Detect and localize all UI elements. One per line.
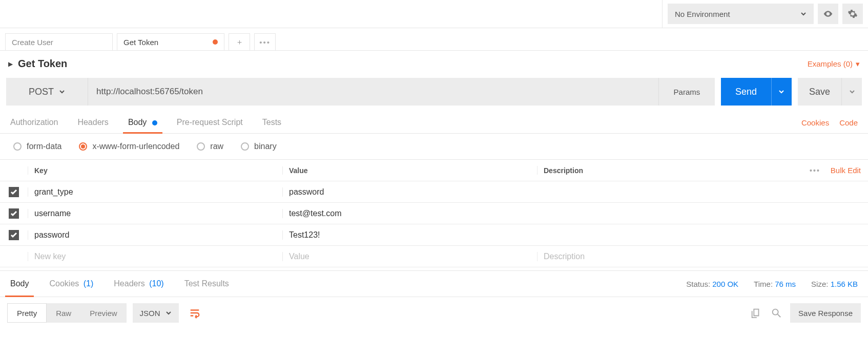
radio-label: raw [210, 142, 223, 151]
save-button[interactable]: Save [798, 78, 841, 106]
kv-header-row: Key Value Description ••• Bulk Edit [0, 160, 868, 181]
kv-value-input[interactable]: Value [282, 252, 537, 261]
resp-tab-headers-label: Headers [114, 279, 144, 288]
kv-row: grant_type password [0, 181, 868, 203]
response-view-switcher: Pretty Raw Preview [7, 303, 127, 323]
subtab-headers[interactable]: Headers [77, 112, 108, 133]
body-type-urlencoded[interactable]: x-www-form-urlencoded [79, 142, 179, 151]
status-label: Status: [686, 280, 710, 288]
body-type-raw[interactable]: raw [197, 142, 223, 151]
resp-tab-headers[interactable]: Headers (10) [114, 271, 163, 297]
request-title: Get Token [18, 58, 67, 70]
code-link[interactable]: Code [839, 118, 858, 127]
kv-options-button[interactable]: ••• [810, 166, 820, 175]
examples-label: Examples (0) [808, 59, 853, 68]
time-label: Time: [754, 280, 773, 288]
cookies-link[interactable]: Cookies [801, 118, 829, 127]
params-button[interactable]: Params [658, 78, 715, 106]
copy-icon [750, 307, 761, 319]
response-meta: Status: 200 OK Time: 76 ms Size: 1.56 KB [686, 280, 858, 288]
view-raw[interactable]: Raw [47, 303, 80, 323]
radio-label: form-data [27, 142, 61, 151]
radio-icon [197, 142, 205, 151]
radio-icon [13, 142, 22, 151]
size-label: Size: [811, 280, 828, 288]
chevron-down-icon [778, 89, 784, 95]
search-icon [771, 307, 782, 319]
new-tab-button[interactable]: ＋ [229, 33, 250, 50]
kv-value-cell[interactable]: password [282, 187, 537, 197]
wrap-icon [189, 307, 200, 319]
chevron-down-icon [59, 89, 65, 95]
kv-row-new: New key Value Description [0, 246, 868, 267]
environment-label: No Environment [675, 10, 730, 18]
send-dropdown[interactable] [771, 78, 792, 106]
http-method-selector[interactable]: POST [6, 78, 88, 106]
time-value: 76 ms [775, 280, 796, 288]
topbar-spacer [0, 0, 663, 28]
send-label: Send [735, 87, 757, 97]
request-tabs: Create User Get Token ＋ ••• [0, 28, 868, 51]
examples-dropdown[interactable]: Examples (0) ▾ [808, 59, 860, 69]
row-checkbox[interactable] [9, 208, 19, 219]
subtab-authorization[interactable]: Authorization [10, 112, 58, 133]
status-value: 200 OK [712, 280, 738, 288]
save-label: Save [809, 87, 830, 97]
kv-desc-input[interactable]: Description [537, 252, 868, 261]
subtab-body-label: Body [128, 118, 147, 127]
kv-key-input[interactable]: New key [28, 252, 282, 261]
env-quicklook-button[interactable] [818, 4, 838, 24]
row-checkbox[interactable] [9, 187, 19, 197]
kv-key-cell[interactable]: username [28, 209, 282, 218]
send-button[interactable]: Send [721, 78, 771, 106]
tab-actions-button[interactable]: ••• [254, 33, 276, 50]
body-indicator-dot-icon [152, 120, 157, 125]
copy-response-button[interactable] [749, 306, 762, 320]
kv-value-cell[interactable]: test@test.com [282, 209, 537, 218]
svg-point-0 [773, 309, 778, 315]
view-pretty[interactable]: Pretty [7, 303, 47, 323]
resp-tab-cookies[interactable]: Cookies (1) [49, 271, 93, 297]
tab-get-token[interactable]: Get Token [117, 33, 224, 50]
bulk-edit-button[interactable]: Bulk Edit [831, 166, 861, 175]
kv-value-cell[interactable]: Test123! [282, 230, 537, 240]
subtab-prerequest[interactable]: Pre-request Script [177, 112, 243, 133]
radio-icon [79, 142, 87, 151]
check-icon [10, 210, 17, 217]
kv-row: username test@test.com [0, 203, 868, 224]
resp-headers-count: (10) [149, 279, 163, 288]
settings-button[interactable] [842, 4, 863, 24]
resp-tab-body[interactable]: Body [10, 271, 29, 297]
wrap-lines-button[interactable] [185, 303, 204, 323]
response-format-selector[interactable]: JSON [133, 303, 179, 323]
radio-label: binary [254, 142, 277, 151]
body-type-binary[interactable]: binary [241, 142, 277, 151]
kv-header-description: Description [544, 166, 583, 175]
kv-key-cell[interactable]: grant_type [28, 187, 282, 197]
resp-tab-test-results[interactable]: Test Results [184, 271, 229, 297]
collapse-toggle[interactable]: ▶ [8, 60, 13, 68]
row-checkbox[interactable] [9, 230, 19, 240]
url-input[interactable] [88, 78, 658, 106]
method-url-bar: POST Params [6, 78, 715, 106]
plus-icon: ＋ [236, 37, 243, 47]
tab-create-user[interactable]: Create User [5, 33, 113, 50]
tab-label: Get Token [123, 38, 158, 47]
kv-key-cell[interactable]: password [28, 230, 282, 240]
resp-tab-cookies-label: Cookies [49, 279, 79, 288]
tab-label: Create User [12, 38, 53, 47]
chevron-down-icon [166, 310, 172, 316]
subtab-tests[interactable]: Tests [262, 112, 281, 133]
chevron-down-icon [849, 89, 855, 95]
size-value: 1.56 KB [831, 280, 858, 288]
body-type-form-data[interactable]: form-data [13, 142, 61, 151]
search-response-button[interactable] [770, 306, 783, 320]
view-preview[interactable]: Preview [80, 303, 126, 323]
radio-label: x-www-form-urlencoded [92, 142, 179, 151]
ellipsis-icon: ••• [259, 38, 271, 47]
subtab-body[interactable]: Body [128, 112, 157, 133]
save-dropdown[interactable] [841, 78, 862, 106]
save-response-button[interactable]: Save Response [790, 303, 861, 323]
resp-cookies-count: (1) [84, 279, 94, 288]
environment-selector[interactable]: No Environment [668, 4, 814, 24]
